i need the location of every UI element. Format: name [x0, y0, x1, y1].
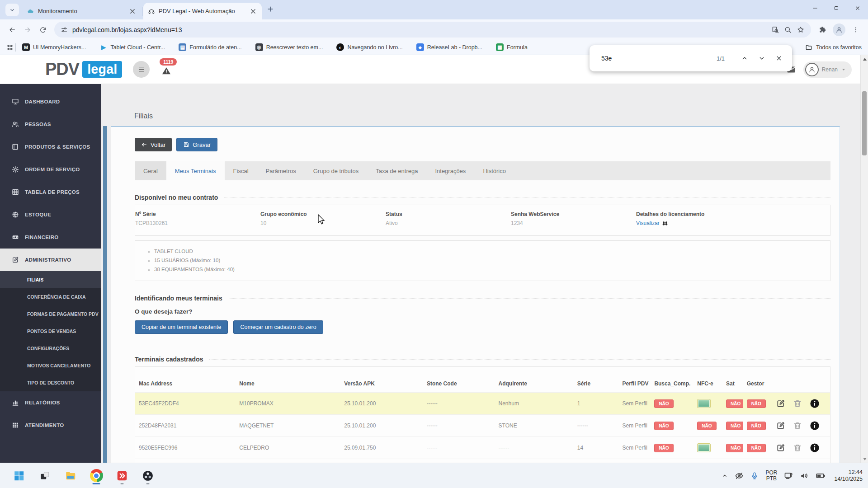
m-badge-icon: M	[22, 43, 30, 51]
bookmark-ui-memoryhackers[interactable]: MUI MemoryHackers...	[22, 43, 86, 51]
profile-button[interactable]	[833, 23, 845, 36]
bookmark-star-icon[interactable]	[797, 26, 805, 34]
sidebar-toggle-button[interactable]	[133, 61, 150, 78]
bookmark-navegando-no-livro[interactable]: ◐Navegando no Livro...	[336, 43, 402, 51]
browser-menu-button[interactable]	[848, 22, 863, 38]
cast-icon[interactable]	[784, 471, 793, 480]
speaker-icon[interactable]	[800, 471, 809, 480]
find-close-button[interactable]	[770, 50, 788, 67]
gravar-button[interactable]: Gravar	[176, 138, 217, 151]
find-next-button[interactable]	[753, 50, 770, 67]
sidebar-item-tabela-de-precos[interactable]: TABELA DE PREÇOS	[0, 181, 101, 203]
all-favorites-button[interactable]: Todos os favoritos	[805, 44, 862, 51]
find-query-input[interactable]: 53e	[601, 55, 717, 62]
alerts-button[interactable]: 1119	[161, 66, 171, 78]
back-button[interactable]	[5, 22, 20, 38]
window-maximize-button[interactable]	[826, 0, 847, 16]
info-button[interactable]	[810, 399, 820, 408]
file-explorer-button[interactable]	[63, 467, 78, 485]
voltar-button[interactable]: Voltar	[135, 138, 172, 151]
tab-geral[interactable]: Geral	[135, 161, 166, 180]
button-comecar-um-cadastro-do-zero[interactable]: Começar um cadastro do zero	[233, 320, 323, 334]
scrollbar-thumb[interactable]	[862, 91, 867, 155]
sidebar-subitem-tipo-de-desconto[interactable]: TIPO DE DESCONTO	[0, 374, 101, 391]
info-button[interactable]	[810, 421, 820, 431]
tab-fiscal[interactable]: Fiscal	[225, 161, 257, 180]
delete-button[interactable]	[793, 399, 802, 408]
extensions-button[interactable]	[815, 22, 830, 38]
sidebar-item-financeiro[interactable]: FINANCEIRO	[0, 226, 101, 249]
site-settings-icon[interactable]	[61, 26, 68, 33]
forward-button[interactable]	[20, 22, 35, 38]
scroll-up-button[interactable]	[861, 55, 868, 63]
tab-integracoes[interactable]: Integrações	[426, 161, 474, 180]
sidebar-item-administrativo[interactable]: ADMINISTRATIVO	[0, 249, 101, 271]
sidebar-item-pessoas[interactable]: PESSOAS	[0, 113, 101, 136]
red-app-icon	[116, 470, 128, 482]
obs-studio-button[interactable]	[141, 467, 155, 485]
edit-button[interactable]	[776, 421, 785, 430]
address-bar[interactable]: pdvlegal.com.br/lojas.aspx?idMenu=13	[54, 22, 811, 38]
sidebar-subitem-formas-de-pagamento-pdv[interactable]: FORMAS DE PAGAMENTO PDV	[0, 305, 101, 323]
tab-meus-terminais[interactable]: Meus Terminais	[166, 161, 225, 180]
eye-off-icon[interactable]	[735, 471, 744, 480]
tab-close-button[interactable]	[128, 7, 137, 15]
apps-grid-icon[interactable]	[6, 44, 14, 51]
field-value[interactable]: Visualizar	[636, 220, 761, 226]
window-minimize-button[interactable]	[804, 0, 826, 16]
sidebar-subitem-conferencia-de-caixa[interactable]: CONFERÊNCIA DE CAIXA	[0, 288, 101, 305]
battery-icon[interactable]	[816, 471, 826, 481]
button-copiar-de-um-terminal-existente[interactable]: Copiar de um terminal existente	[135, 320, 228, 334]
sidebar-item-dashboard[interactable]: DASHBOARD	[0, 90, 101, 113]
window-close-button[interactable]	[847, 0, 868, 16]
obs-icon	[142, 470, 154, 482]
sidebar-subitem-pontos-de-vendas[interactable]: PONTOS DE VENDAS	[0, 323, 101, 340]
info-button[interactable]	[810, 443, 820, 453]
tab-taxa-de-entrega[interactable]: Taxa de entrega	[367, 161, 426, 180]
red-app-button[interactable]	[115, 467, 129, 485]
tab-grupo-de-tributos[interactable]: Grupo de tributos	[305, 161, 367, 180]
url-text[interactable]: pdvlegal.com.br/lojas.aspx?idMenu=13	[72, 26, 767, 33]
reload-button[interactable]	[35, 22, 51, 38]
sidebar-item-produtos-servicos[interactable]: PRODUTOS & SERVIÇOS	[0, 136, 101, 158]
scroll-down-button[interactable]	[861, 455, 868, 463]
delete-button[interactable]	[793, 421, 802, 430]
cell-gestor: NÃO	[743, 437, 773, 459]
sidebar-item-relatorios[interactable]: RELATÓRIOS	[0, 391, 101, 414]
bookmark-formulario-de-aten[interactable]: ▤Formulário de aten...	[179, 43, 241, 51]
start-button[interactable]	[12, 467, 26, 485]
bookmark-tablet-cloud-centr[interactable]: ▶Tablet Cloud - Centr...	[99, 43, 165, 51]
clock[interactable]: 12:44 14/10/2025	[834, 469, 863, 483]
tab-close-button[interactable]	[249, 7, 257, 15]
browser-tab-pdv-legal-web-automacao[interactable]: PDV Legal - Web Automação	[143, 3, 262, 19]
sidebar-item-atendimento[interactable]: ATENDIMENTO	[0, 414, 101, 436]
microphone-icon[interactable]	[750, 472, 759, 480]
tab-historico[interactable]: Histórico	[474, 161, 514, 180]
tab-parametros[interactable]: Parâmetros	[257, 161, 305, 180]
search-page-icon[interactable]	[771, 26, 779, 34]
zoom-icon[interactable]	[784, 26, 792, 34]
nfce-stamp	[697, 443, 711, 452]
bookmark-releaselab-dropb[interactable]: ◆ReleaseLab - Dropb...	[416, 43, 482, 51]
chrome-button[interactable]	[89, 467, 104, 485]
browser-tab-monitoramento[interactable]: Monitoramento	[23, 3, 141, 19]
language-indicator[interactable]: PORPTB	[765, 470, 777, 482]
task-view-button[interactable]	[38, 467, 52, 485]
sidebar-item-estoque[interactable]: ESTOQUE	[0, 203, 101, 226]
sidebar-subitem-motivos-cancelamento[interactable]: MOTIVOS CANCELAMENTO	[0, 357, 101, 374]
edit-button[interactable]	[776, 443, 785, 452]
delete-button[interactable]	[793, 443, 802, 452]
window-controls	[804, 0, 868, 16]
tab-search-button[interactable]	[5, 4, 19, 16]
bookmark-reescrever-texto-em[interactable]: ◉Reescrever texto em...	[255, 43, 323, 51]
find-previous-button[interactable]	[736, 50, 753, 67]
sidebar-subitem-filiais[interactable]: FILIAIS	[0, 271, 101, 288]
new-tab-button[interactable]	[266, 5, 274, 15]
user-menu[interactable]: Renan	[803, 61, 852, 78]
bookmark-formula[interactable]: ▦Formula	[496, 43, 528, 51]
page-scrollbar[interactable]	[860, 55, 868, 463]
edit-button[interactable]	[776, 399, 785, 408]
sidebar-item-ordem-de-servico[interactable]: ORDEM DE SERVIÇO	[0, 158, 101, 181]
sidebar-subitem-configuracoes[interactable]: CONFIGURAÇÕES	[0, 340, 101, 357]
tray-expand-button[interactable]	[722, 473, 728, 479]
